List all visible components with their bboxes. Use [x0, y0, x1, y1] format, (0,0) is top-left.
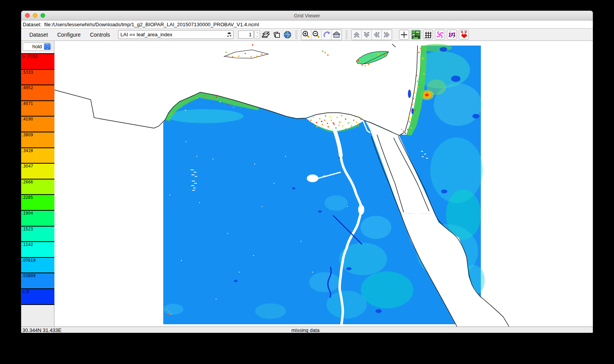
nav-right-icon[interactable]	[382, 30, 392, 40]
main-area: hold ⌃⌄ > .5333 .5333 .4952 .4571 .4190 …	[21, 41, 593, 327]
colorbar-entry: .07619	[21, 257, 54, 273]
colorbar-entry: .2666	[21, 179, 54, 195]
field-selector-arrows-icon[interactable]: ◀▶▲▼	[226, 30, 232, 39]
nav-down-icon[interactable]	[362, 30, 372, 40]
colorbar-entry: .3809	[21, 132, 54, 147]
colorbar-entry: .03809	[21, 273, 54, 288]
rotate-icon[interactable]	[321, 30, 332, 40]
level-spinner-stepper-icon[interactable]: ⌃⌄	[254, 30, 260, 39]
toolbar-separator	[296, 30, 297, 39]
level-spinner[interactable]: 1 ⌃⌄	[238, 30, 260, 39]
level-spinner-value[interactable]: 1	[238, 30, 254, 39]
colorbar-entry: .2285	[21, 194, 54, 210]
toolbar: Dataset Configure Controls LAI == leaf_a…	[21, 29, 593, 41]
colorbar-panel: hold ⌃⌄ > .5333 .5333 .4952 .4571 .4190 …	[21, 41, 54, 327]
colorbar-entry: .5333	[21, 69, 54, 85]
zoom-out-icon[interactable]	[311, 30, 321, 40]
zoom-group	[301, 29, 342, 40]
menu-dataset[interactable]: Dataset	[25, 32, 52, 38]
field-selector-value: LAI == leaf_area_index	[120, 32, 172, 37]
colorbar-entry: .3047	[21, 163, 54, 179]
window-title: Grid Viewer	[294, 13, 320, 19]
title-bar[interactable]: Grid Viewer	[21, 11, 593, 20]
print-icon[interactable]	[261, 30, 271, 40]
zoom-in-icon[interactable]	[301, 30, 311, 40]
dataset-bar: Dataset: file:/Users/lesserwhirls/Downlo…	[21, 20, 593, 29]
dataset-path: file:/Users/lesserwhirls/Downloads/tmp/1…	[44, 22, 259, 27]
date-image-label: date	[413, 34, 420, 38]
colorbar-entry: .4571	[21, 100, 54, 116]
date-image-icon[interactable]: date	[411, 30, 421, 40]
zoom-window-icon[interactable]	[41, 13, 45, 18]
minimize-window-icon[interactable]	[33, 13, 37, 18]
colorbar-entry: .3428	[21, 147, 54, 163]
menu-controls[interactable]: Controls	[86, 32, 114, 38]
colorbar-entry: .1142	[21, 241, 54, 257]
colorbar-scale: > .5333 .5333 .4952 .4571 .4190 .3809 .3…	[21, 53, 54, 305]
crab-icon[interactable]	[459, 30, 469, 40]
map-canvas[interactable]	[54, 41, 593, 327]
pages-icon[interactable]	[272, 30, 282, 40]
plus-icon[interactable]	[399, 30, 409, 40]
globe-icon[interactable]	[282, 30, 293, 40]
nav-group	[351, 29, 392, 40]
colorbar-entry: .1904	[21, 210, 54, 226]
dataset-label: Dataset:	[23, 22, 41, 27]
home-icon[interactable]	[332, 30, 342, 40]
nav-left-icon[interactable]	[372, 30, 382, 40]
colorbar-entry: .4952	[21, 85, 54, 100]
status-bar: 30.344N 31.433E missing data	[21, 327, 593, 333]
pinwheel-version-icon[interactable]: 171	[447, 30, 457, 40]
grid-icon[interactable]	[423, 30, 433, 40]
menu-configure[interactable]: Configure	[53, 32, 85, 38]
colorbar-entry: .4190	[21, 116, 54, 132]
colorbar-entry: > .5333	[21, 53, 54, 69]
hold-mode-select[interactable]: hold ⌃⌄	[23, 42, 51, 51]
nav-up-icon[interactable]	[352, 30, 362, 40]
value-readout: missing data	[291, 327, 320, 333]
grid-viewer-window: Grid Viewer Dataset: file:/Users/lesserw…	[21, 11, 593, 333]
map-svg	[54, 41, 593, 327]
toolbar-separator	[346, 30, 347, 39]
colorbar-entry: <.0	[21, 288, 54, 304]
pinwheel-version-label: 171	[448, 32, 455, 37]
hold-select-stepper-icon: ⌃⌄	[44, 43, 51, 50]
field-selector-combobox[interactable]: LAI == leaf_area_index ◀▶▲▼	[118, 30, 233, 39]
cursor-position-readout: 30.344N 31.433E	[22, 327, 61, 333]
colorbar-entry: .1523	[21, 226, 54, 242]
pinwheel-icon[interactable]	[435, 30, 445, 40]
hold-mode-value: hold	[32, 44, 42, 49]
close-window-icon[interactable]	[25, 13, 30, 18]
